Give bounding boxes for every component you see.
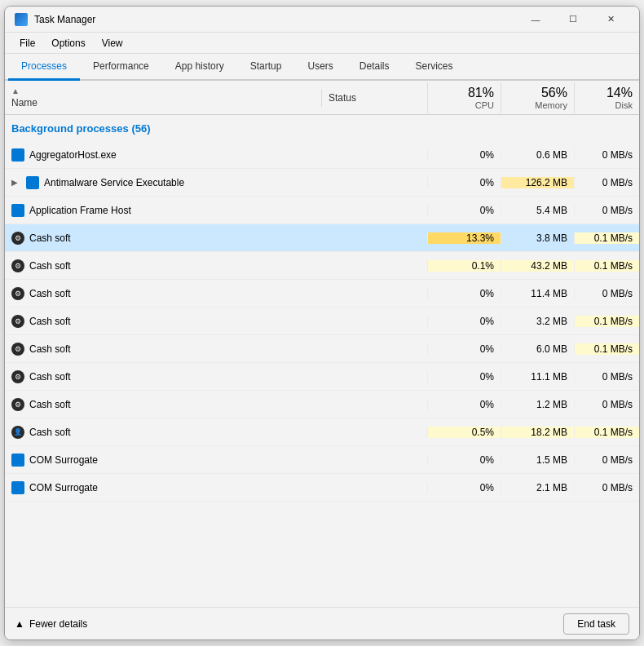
process-cpu-cell: 0% bbox=[427, 454, 501, 466]
menu-view[interactable]: View bbox=[94, 36, 131, 51]
disk-column-header[interactable]: 14% Disk bbox=[574, 82, 639, 113]
process-name-cell: COM Surrogate bbox=[5, 454, 321, 467]
process-mem-cell: 126.2 MB bbox=[501, 177, 574, 188]
table-row[interactable]: COM Surrogate 0% 2.1 MB 0 MB/s bbox=[5, 474, 639, 502]
process-mem-cell: 3.2 MB bbox=[501, 316, 574, 327]
process-icon-gear: ⚙ bbox=[11, 343, 24, 356]
process-name-cell: ⚙ Cash soft bbox=[5, 315, 321, 328]
process-name-label: Cash soft bbox=[29, 260, 71, 272]
end-task-button[interactable]: End task bbox=[563, 613, 629, 635]
process-name-cell: Application Frame Host bbox=[5, 204, 321, 217]
process-cpu-cell: 0.5% bbox=[427, 427, 501, 438]
table-row[interactable]: ⚙ Cash soft 0.1% 43.2 MB 0.1 MB/s bbox=[5, 252, 639, 280]
memory-column-header[interactable]: 56% Memory bbox=[501, 82, 574, 113]
menu-file[interactable]: File bbox=[11, 36, 43, 51]
process-cpu-cell: 0% bbox=[427, 343, 501, 355]
title-bar: Task Manager — ☐ ✕ bbox=[5, 7, 639, 33]
process-name-cell: ▶ Antimalware Service Executable bbox=[5, 176, 321, 189]
name-column-header[interactable]: ▲ Name bbox=[5, 83, 321, 112]
process-icon-blue bbox=[11, 454, 24, 467]
process-icon-gear: ⚙ bbox=[11, 315, 24, 328]
process-mem-cell: 1.2 MB bbox=[501, 399, 574, 410]
process-cpu-cell: 0% bbox=[427, 149, 501, 161]
table-row[interactable]: AggregatorHost.exe 0% 0.6 MB 0 MB/s bbox=[5, 141, 639, 169]
process-disk-cell: 0.1 MB/s bbox=[574, 427, 639, 438]
expand-icon[interactable]: ▶ bbox=[8, 176, 21, 189]
tab-app-history[interactable]: App history bbox=[162, 54, 237, 81]
table-row[interactable]: ⚙ Cash soft 0% 11.1 MB 0 MB/s bbox=[5, 363, 639, 391]
table-row[interactable]: 👤 Cash soft 0.5% 18.2 MB 0.1 MB/s bbox=[5, 418, 639, 446]
table-row[interactable]: ⚙ Cash soft 0% 3.2 MB 0.1 MB/s bbox=[5, 308, 639, 335]
table-row[interactable]: ⚙ Cash soft 0% 6.0 MB 0.1 MB/s bbox=[5, 335, 639, 363]
disk-percent: 14% bbox=[607, 86, 633, 100]
process-name-cell: ⚙ Cash soft bbox=[5, 259, 321, 272]
process-disk-cell: 0 MB/s bbox=[574, 149, 639, 161]
menu-options[interactable]: Options bbox=[43, 36, 93, 51]
table-row[interactable]: COM Surrogate 0% 1.5 MB 0 MB/s bbox=[5, 446, 639, 474]
sort-arrow: ▲ bbox=[11, 86, 315, 95]
tab-users[interactable]: Users bbox=[294, 54, 346, 81]
close-button[interactable]: ✕ bbox=[592, 7, 629, 33]
process-icon-blue bbox=[26, 176, 39, 189]
process-mem-cell: 5.4 MB bbox=[501, 205, 574, 216]
table-row[interactable]: Application Frame Host 0% 5.4 MB 0 MB/s bbox=[5, 197, 639, 224]
process-name-cell: ⚙ Cash soft bbox=[5, 398, 321, 411]
process-list: Background processes (56) AggregatorHost… bbox=[5, 115, 639, 607]
tab-startup[interactable]: Startup bbox=[237, 54, 295, 81]
cpu-label: CPU bbox=[475, 100, 494, 110]
tab-services[interactable]: Services bbox=[403, 54, 466, 81]
process-cpu-cell: 0% bbox=[427, 371, 501, 383]
process-name-label: COM Surrogate bbox=[29, 482, 98, 493]
table-row[interactable]: ▶ Antimalware Service Executable 0% 126.… bbox=[5, 169, 639, 197]
process-mem-cell: 11.4 MB bbox=[501, 288, 574, 299]
process-disk-cell: 0 MB/s bbox=[574, 371, 639, 383]
process-icon-blue bbox=[11, 148, 24, 162]
process-name-label: Cash soft bbox=[29, 399, 71, 410]
process-icon-blue bbox=[11, 204, 24, 217]
mem-percent: 56% bbox=[541, 86, 567, 100]
table-row[interactable]: ⚙ Cash soft 0% 11.4 MB 0 MB/s bbox=[5, 280, 639, 308]
process-name-cell: ⚙ Cash soft bbox=[5, 232, 321, 245]
process-cpu-cell: 0% bbox=[427, 177, 501, 188]
group-label: Background processes (56) bbox=[11, 122, 151, 135]
process-name-label: AggregatorHost.exe bbox=[29, 149, 117, 161]
menu-bar: File Options View bbox=[5, 33, 639, 54]
disk-label: Disk bbox=[615, 100, 633, 110]
process-name-label: Cash soft bbox=[29, 232, 71, 244]
tab-details[interactable]: Details bbox=[346, 54, 403, 81]
process-name-label: Cash soft bbox=[29, 371, 71, 383]
tab-performance[interactable]: Performance bbox=[80, 54, 162, 81]
cpu-column-header[interactable]: 81% CPU bbox=[427, 82, 501, 113]
process-icon-gear: ⚙ bbox=[11, 370, 24, 383]
status-column-header[interactable]: Status bbox=[321, 89, 427, 107]
process-icon-blue bbox=[11, 481, 24, 494]
process-table: ▲ Name Status 81% CPU 56% Memory 14% Dis… bbox=[5, 81, 639, 607]
window-title: Task Manager bbox=[34, 14, 517, 25]
process-name-label: Cash soft bbox=[29, 288, 71, 299]
table-row[interactable]: ⚙ Cash soft 0% 1.2 MB 0 MB/s bbox=[5, 391, 639, 418]
process-disk-cell: 0 MB/s bbox=[574, 177, 639, 188]
task-manager-window: Task Manager — ☐ ✕ File Options View Pro… bbox=[4, 6, 640, 640]
minimize-button[interactable]: — bbox=[517, 7, 554, 33]
process-name-cell: AggregatorHost.exe bbox=[5, 148, 321, 162]
process-icon-gear: ⚙ bbox=[11, 398, 24, 411]
process-disk-cell: 0 MB/s bbox=[574, 288, 639, 299]
process-name-cell: COM Surrogate bbox=[5, 481, 321, 494]
process-icon-gear: ⚙ bbox=[11, 232, 24, 245]
process-name-cell: ⚙ Cash soft bbox=[5, 287, 321, 300]
process-name-cell: ⚙ Cash soft bbox=[5, 370, 321, 383]
process-mem-cell: 1.5 MB bbox=[501, 454, 574, 466]
process-mem-cell: 2.1 MB bbox=[501, 482, 574, 493]
process-name-label: COM Surrogate bbox=[29, 454, 98, 466]
process-disk-cell: 0.1 MB/s bbox=[574, 343, 639, 355]
process-name-label: Application Frame Host bbox=[29, 205, 131, 216]
fewer-details-button[interactable]: ▲ Fewer details bbox=[15, 618, 87, 630]
maximize-button[interactable]: ☐ bbox=[554, 7, 592, 33]
tab-bar: Processes Performance App history Startu… bbox=[5, 54, 639, 81]
table-row[interactable]: ⚙ Cash soft 13.3% 3.8 MB 0.1 MB/s bbox=[5, 224, 639, 252]
mem-label: Memory bbox=[535, 100, 567, 110]
process-name-cell: 👤 Cash soft bbox=[5, 426, 321, 439]
process-name-label: Antimalware Service Executable bbox=[44, 177, 184, 188]
process-mem-cell: 6.0 MB bbox=[501, 343, 574, 355]
tab-processes[interactable]: Processes bbox=[8, 54, 80, 81]
